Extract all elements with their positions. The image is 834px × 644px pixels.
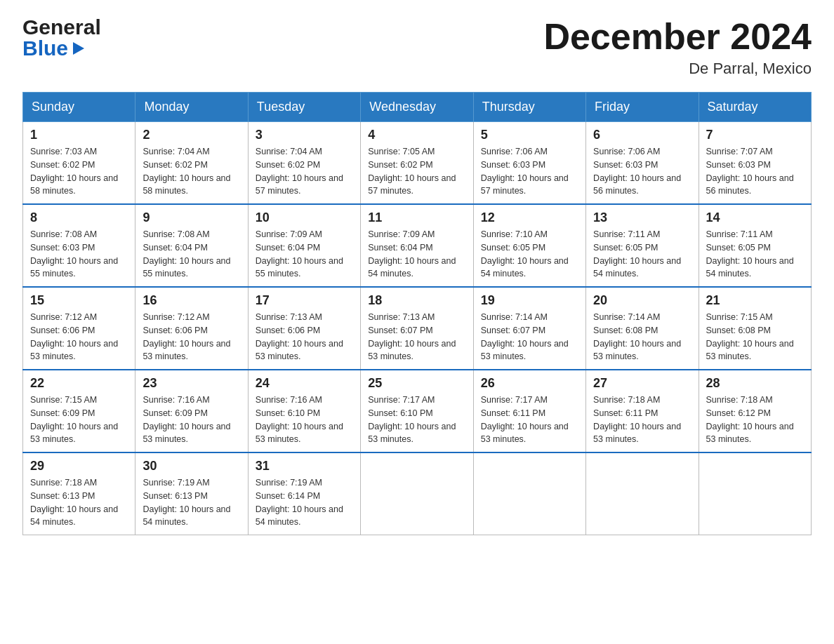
week-row-2: 8Sunrise: 7:08 AMSunset: 6:03 PMDaylight… [23, 204, 812, 287]
week-row-5: 29Sunrise: 7:18 AMSunset: 6:13 PMDayligh… [23, 452, 812, 535]
day-number: 3 [256, 128, 353, 142]
header: General Blue December 2024 De Parral, Me… [22, 17, 812, 78]
day-header-monday: Monday [135, 93, 248, 122]
day-info: Sunrise: 7:11 AMSunset: 6:05 PMDaylight:… [593, 228, 691, 281]
day-header-sunday: Sunday [23, 93, 135, 122]
day-number: 16 [143, 293, 240, 308]
calendar-cell [586, 452, 699, 535]
calendar-cell: 6Sunrise: 7:06 AMSunset: 6:03 PMDaylight… [586, 122, 699, 205]
day-info: Sunrise: 7:04 AMSunset: 6:02 PMDaylight:… [143, 145, 240, 198]
day-header-thursday: Thursday [473, 93, 585, 122]
calendar-cell: 7Sunrise: 7:07 AMSunset: 6:03 PMDaylight… [699, 122, 811, 205]
day-info: Sunrise: 7:18 AMSunset: 6:11 PMDaylight:… [593, 394, 691, 446]
calendar-cell: 3Sunrise: 7:04 AMSunset: 6:02 PMDaylight… [248, 122, 360, 205]
logo-triangle-icon [70, 41, 86, 56]
day-number: 17 [256, 293, 353, 308]
day-info: Sunrise: 7:06 AMSunset: 6:03 PMDaylight:… [481, 145, 578, 198]
day-info: Sunrise: 7:09 AMSunset: 6:04 PMDaylight:… [368, 228, 465, 281]
day-info: Sunrise: 7:07 AMSunset: 6:03 PMDaylight:… [706, 145, 804, 198]
calendar-cell: 10Sunrise: 7:09 AMSunset: 6:04 PMDayligh… [248, 204, 360, 287]
day-info: Sunrise: 7:10 AMSunset: 6:05 PMDaylight:… [481, 228, 578, 281]
day-info: Sunrise: 7:05 AMSunset: 6:02 PMDaylight:… [368, 145, 465, 198]
day-info: Sunrise: 7:08 AMSunset: 6:03 PMDaylight:… [30, 228, 128, 281]
day-info: Sunrise: 7:06 AMSunset: 6:03 PMDaylight:… [593, 145, 691, 198]
calendar-cell: 20Sunrise: 7:14 AMSunset: 6:08 PMDayligh… [586, 287, 699, 370]
calendar-cell: 8Sunrise: 7:08 AMSunset: 6:03 PMDaylight… [23, 204, 135, 287]
day-number: 21 [706, 293, 804, 308]
calendar-cell: 24Sunrise: 7:16 AMSunset: 6:10 PMDayligh… [248, 370, 360, 452]
calendar-cell: 27Sunrise: 7:18 AMSunset: 6:11 PMDayligh… [586, 370, 699, 452]
day-number: 6 [593, 128, 691, 142]
day-header-friday: Friday [586, 93, 699, 122]
calendar-cell: 31Sunrise: 7:19 AMSunset: 6:14 PMDayligh… [248, 452, 360, 535]
calendar-cell: 4Sunrise: 7:05 AMSunset: 6:02 PMDaylight… [361, 122, 473, 205]
calendar-cell: 9Sunrise: 7:08 AMSunset: 6:04 PMDaylight… [135, 204, 248, 287]
day-number: 18 [368, 293, 465, 308]
calendar-cell: 18Sunrise: 7:13 AMSunset: 6:07 PMDayligh… [361, 287, 473, 370]
day-info: Sunrise: 7:19 AMSunset: 6:13 PMDaylight:… [143, 476, 240, 529]
day-number: 27 [593, 376, 691, 391]
day-number: 4 [368, 128, 465, 142]
calendar-table: SundayMondayTuesdayWednesdayThursdayFrid… [22, 92, 812, 535]
day-info: Sunrise: 7:18 AMSunset: 6:13 PMDaylight:… [30, 476, 128, 529]
calendar-cell: 13Sunrise: 7:11 AMSunset: 6:05 PMDayligh… [586, 204, 699, 287]
calendar-cell: 30Sunrise: 7:19 AMSunset: 6:13 PMDayligh… [135, 452, 248, 535]
day-info: Sunrise: 7:12 AMSunset: 6:06 PMDaylight:… [30, 311, 128, 363]
day-info: Sunrise: 7:08 AMSunset: 6:04 PMDaylight:… [143, 228, 240, 281]
day-info: Sunrise: 7:09 AMSunset: 6:04 PMDaylight:… [256, 228, 353, 281]
day-header-wednesday: Wednesday [361, 93, 473, 122]
day-info: Sunrise: 7:15 AMSunset: 6:09 PMDaylight:… [30, 394, 128, 446]
title-area: December 2024 De Parral, Mexico [543, 17, 812, 78]
day-info: Sunrise: 7:14 AMSunset: 6:08 PMDaylight:… [593, 311, 691, 363]
day-info: Sunrise: 7:11 AMSunset: 6:05 PMDaylight:… [706, 228, 804, 281]
day-info: Sunrise: 7:15 AMSunset: 6:08 PMDaylight:… [706, 311, 804, 363]
day-number: 7 [706, 128, 804, 142]
day-info: Sunrise: 7:17 AMSunset: 6:10 PMDaylight:… [368, 394, 465, 446]
calendar-cell: 22Sunrise: 7:15 AMSunset: 6:09 PMDayligh… [23, 370, 135, 452]
calendar-cell [473, 452, 585, 535]
calendar-cell: 12Sunrise: 7:10 AMSunset: 6:05 PMDayligh… [473, 204, 585, 287]
calendar-cell: 21Sunrise: 7:15 AMSunset: 6:08 PMDayligh… [699, 287, 811, 370]
day-info: Sunrise: 7:14 AMSunset: 6:07 PMDaylight:… [481, 311, 578, 363]
svg-marker-0 [73, 42, 84, 55]
day-number: 25 [368, 376, 465, 391]
day-number: 2 [143, 128, 240, 142]
day-number: 24 [256, 376, 353, 391]
calendar-header-row: SundayMondayTuesdayWednesdayThursdayFrid… [23, 93, 812, 122]
month-title: December 2024 [543, 17, 812, 57]
location-text: De Parral, Mexico [543, 60, 812, 78]
week-row-3: 15Sunrise: 7:12 AMSunset: 6:06 PMDayligh… [23, 287, 812, 370]
day-number: 29 [30, 459, 128, 474]
calendar-cell: 17Sunrise: 7:13 AMSunset: 6:06 PMDayligh… [248, 287, 360, 370]
day-number: 9 [143, 210, 240, 225]
day-number: 10 [256, 210, 353, 225]
day-number: 31 [256, 459, 353, 474]
day-info: Sunrise: 7:17 AMSunset: 6:11 PMDaylight:… [481, 394, 578, 446]
calendar-cell: 1Sunrise: 7:03 AMSunset: 6:02 PMDaylight… [23, 122, 135, 205]
day-info: Sunrise: 7:19 AMSunset: 6:14 PMDaylight:… [256, 476, 353, 529]
day-info: Sunrise: 7:18 AMSunset: 6:12 PMDaylight:… [706, 394, 804, 446]
calendar-cell [699, 452, 811, 535]
calendar-cell: 28Sunrise: 7:18 AMSunset: 6:12 PMDayligh… [699, 370, 811, 452]
day-number: 19 [481, 293, 578, 308]
calendar-cell: 26Sunrise: 7:17 AMSunset: 6:11 PMDayligh… [473, 370, 585, 452]
calendar-cell: 2Sunrise: 7:04 AMSunset: 6:02 PMDaylight… [135, 122, 248, 205]
day-number: 11 [368, 210, 465, 225]
day-number: 20 [593, 293, 691, 308]
logo-blue-text: Blue [22, 38, 101, 59]
day-info: Sunrise: 7:13 AMSunset: 6:06 PMDaylight:… [256, 311, 353, 363]
day-number: 5 [481, 128, 578, 142]
day-info: Sunrise: 7:04 AMSunset: 6:02 PMDaylight:… [256, 145, 353, 198]
week-row-1: 1Sunrise: 7:03 AMSunset: 6:02 PMDaylight… [23, 122, 812, 205]
calendar-cell: 23Sunrise: 7:16 AMSunset: 6:09 PMDayligh… [135, 370, 248, 452]
day-number: 14 [706, 210, 804, 225]
day-info: Sunrise: 7:03 AMSunset: 6:02 PMDaylight:… [30, 145, 128, 198]
calendar-cell: 15Sunrise: 7:12 AMSunset: 6:06 PMDayligh… [23, 287, 135, 370]
calendar-cell: 19Sunrise: 7:14 AMSunset: 6:07 PMDayligh… [473, 287, 585, 370]
day-number: 15 [30, 293, 128, 308]
logo: General Blue [22, 17, 101, 59]
day-number: 26 [481, 376, 578, 391]
logo-general-text: General [22, 17, 101, 38]
calendar-cell: 5Sunrise: 7:06 AMSunset: 6:03 PMDaylight… [473, 122, 585, 205]
calendar-cell: 16Sunrise: 7:12 AMSunset: 6:06 PMDayligh… [135, 287, 248, 370]
